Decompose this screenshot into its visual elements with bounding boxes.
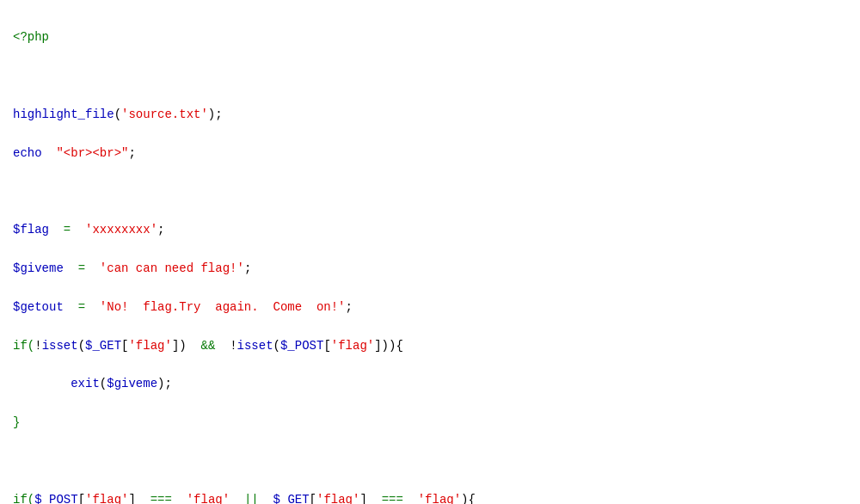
code-line-2 xyxy=(13,66,847,85)
code-line-4: echo "<br><br>"; xyxy=(13,144,847,163)
code-line-3: highlight_file('source.txt'); xyxy=(13,105,847,124)
code-line-6: $flag = 'xxxxxxxx'; xyxy=(13,220,847,239)
code-line-5 xyxy=(13,182,847,201)
code-line-12 xyxy=(13,452,847,470)
code-line-10: exit($giveme); xyxy=(13,374,847,393)
code-line-11: } xyxy=(13,413,847,432)
code-line-9: if(!isset($_GET['flag']) && !isset($_POS… xyxy=(13,336,847,355)
code-block: <?php highlight_file('source.txt'); echo… xyxy=(0,0,860,504)
code-line-8: $getout = 'No! flag.Try again. Come on!'… xyxy=(13,298,847,317)
code-line-13: if($_POST['flag'] === 'flag' || $_GET['f… xyxy=(13,490,847,504)
code-line-1: <?php xyxy=(13,28,847,46)
code-line-7: $giveme = 'can can need flag!'; xyxy=(13,259,847,278)
